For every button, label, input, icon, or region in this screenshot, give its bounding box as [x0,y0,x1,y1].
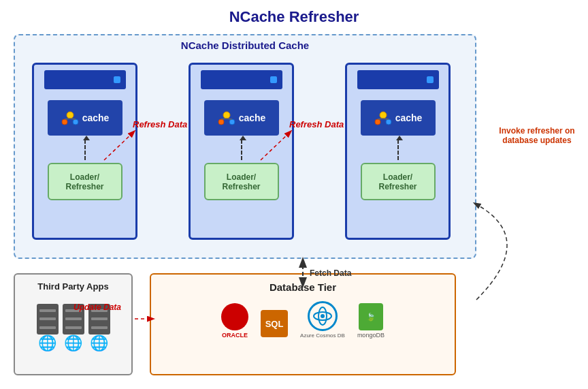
server-top-bar-1 [44,70,126,89]
svg-line-3 [65,119,70,119]
svg-line-8 [221,119,227,119]
svg-point-12 [386,119,391,125]
cosmos-label: Azure Cosmos DB [300,332,345,339]
cosmos-svg [312,306,333,326]
cache-icon-box-1: cache [48,100,122,136]
cache-server-3: cache Loader/Refresher [345,63,451,240]
globe-icon-2: 🌐 [64,334,82,352]
server-top-bar-3 [357,70,439,89]
arrow-up-dashed-3 [397,140,399,160]
server-tower-3 [88,304,110,334]
cache-server-1: cache Loader/Refresher [32,63,137,240]
server-globe-2: 🌐 [63,304,84,352]
cosmos-icon: Azure Cosmos DB [300,301,345,339]
cosmos-shape [308,301,338,331]
svg-point-0 [67,112,74,119]
svg-point-17 [321,314,325,318]
sql-icon: SQL [261,310,288,339]
svg-line-4 [70,119,76,119]
stripe [39,317,56,320]
cache-icon-box-2: cache [204,100,279,136]
stripe [91,326,108,329]
svg-point-7 [229,119,235,125]
stripe [65,309,82,312]
globe-icon-1: 🌐 [38,334,56,352]
cache-label-2: cache [239,112,266,123]
loader-box-2: Loader/Refresher [204,163,279,200]
cache-icon-box-3: cache [361,100,436,136]
stripe [39,326,56,329]
stripe [91,317,108,320]
loader-box-3: Loader/Refresher [361,163,436,200]
third-party-label: Third Party Apps [37,281,108,292]
stripe [39,309,56,312]
invoke-refresher-label: Invoke refresher on database updates [493,126,581,145]
refresh-label-1: Refresh Data [133,119,187,129]
stripe [65,326,82,329]
db-icons-row: ORACLE SQL Azure Cosmos DB 🍃 mongoDB [221,301,385,339]
server-tower-1 [37,304,59,334]
svg-point-10 [380,112,387,119]
svg-line-9 [227,119,232,119]
page-title: NCache Refresher [0,0,588,26]
cache-label-3: cache [395,112,423,123]
molecule-icon-3 [374,108,393,127]
cache-server-2: cache Loader/Refresher [189,63,294,240]
distributed-cache-label: NCache Distributed Cache [181,40,309,51]
molecule-icon-2 [217,108,236,127]
arrow-up-dashed-1 [84,140,86,160]
stripe [91,309,108,312]
svg-point-1 [62,119,67,125]
oracle-icon: ORACLE [221,303,248,339]
svg-line-14 [383,119,389,119]
oracle-label: ORACLE [222,332,248,339]
svg-point-5 [223,112,230,119]
server-globe-3: 🌐 [88,304,110,352]
db-tier-label: Database Tier [270,281,336,293]
globe-icon-3: 🌐 [90,334,108,352]
db-tier-box: Database Tier ORACLE SQL Azure Cosmos DB [150,273,456,375]
server-top-bar-2 [201,70,282,89]
distributed-cache-box: NCache Distributed Cache cache Loader/Re… [14,34,476,259]
svg-point-2 [73,119,78,125]
svg-line-13 [378,119,383,119]
server-icons: 🌐 🌐 🌐 [37,304,110,352]
mongo-icon: 🍃 mongoDB [357,303,385,339]
stripe [65,317,82,320]
loader-box-1: Loader/Refresher [48,163,122,200]
server-dot-2 [270,76,277,83]
refresh-label-2: Refresh Data [289,119,344,129]
server-tower-2 [63,304,84,334]
server-dot-3 [427,76,434,83]
svg-point-6 [218,119,224,125]
third-party-box: Third Party Apps 🌐 🌐 🌐 [14,273,133,375]
cache-label-1: cache [82,112,110,123]
mongo-label: mongoDB [357,332,385,339]
mongo-shape: 🍃 [359,303,383,330]
server-globe-1: 🌐 [37,304,59,352]
oracle-shape [221,303,248,330]
sql-shape: SQL [261,310,288,337]
server-dot-1 [114,76,120,83]
molecule-icon-1 [61,108,80,127]
svg-point-11 [375,119,380,125]
arrow-up-dashed-2 [241,140,242,160]
